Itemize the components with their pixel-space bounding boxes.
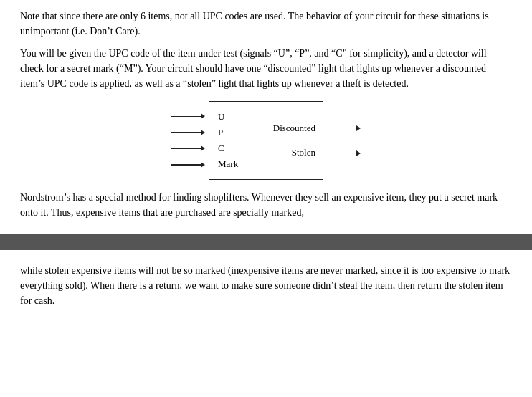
input-u: U (218, 110, 238, 124)
input-line-u (171, 109, 205, 123)
line-horiz-stolen (327, 153, 357, 154)
left-input-lines (171, 101, 205, 180)
divider-bar (0, 234, 532, 250)
line-horiz-mark (171, 164, 201, 166)
paragraph-2: You will be given the UPC code of the it… (20, 46, 512, 91)
input-line-p (171, 125, 205, 140)
bottom-section: while stolen expensive items will not be… (0, 250, 532, 317)
line-horiz-c (171, 148, 201, 150)
output-line-discounted (327, 120, 361, 137)
paragraph-1: Note that since there are only 6 items, … (20, 9, 512, 39)
arrow-p (201, 130, 205, 135)
line-horiz-discounted (327, 128, 357, 129)
input-p: P (218, 125, 238, 140)
output-discounted: Discounted (273, 121, 315, 135)
circuit-diagram-wrapper: U P C Mark Discounted Stolen (20, 101, 512, 180)
input-line-mark (171, 158, 205, 172)
output-stolen: Stolen (273, 145, 315, 160)
output-labels: Discounted Stolen (273, 102, 315, 179)
input-labels: U P C Mark (218, 102, 238, 179)
line-horiz-p (171, 132, 201, 133)
circuit-box: U P C Mark Discounted Stolen (209, 101, 323, 180)
input-line-c (171, 141, 205, 156)
line-horiz-u (171, 116, 201, 118)
arrow-u (201, 113, 205, 119)
output-line-stolen (327, 145, 361, 162)
paragraph-3: Nordstrom’s has a special method for fin… (20, 190, 512, 220)
arrow-c (201, 145, 205, 151)
input-c: C (218, 141, 238, 156)
top-section: Note that since there are only 6 items, … (0, 0, 532, 234)
arrow-mark (201, 162, 205, 168)
bottom-paragraph-1: while stolen expensive items will not be… (20, 263, 512, 308)
right-output-lines (327, 101, 361, 180)
input-mark: Mark (218, 157, 238, 171)
arrow-discounted (356, 125, 361, 131)
arrow-stolen (356, 150, 361, 156)
